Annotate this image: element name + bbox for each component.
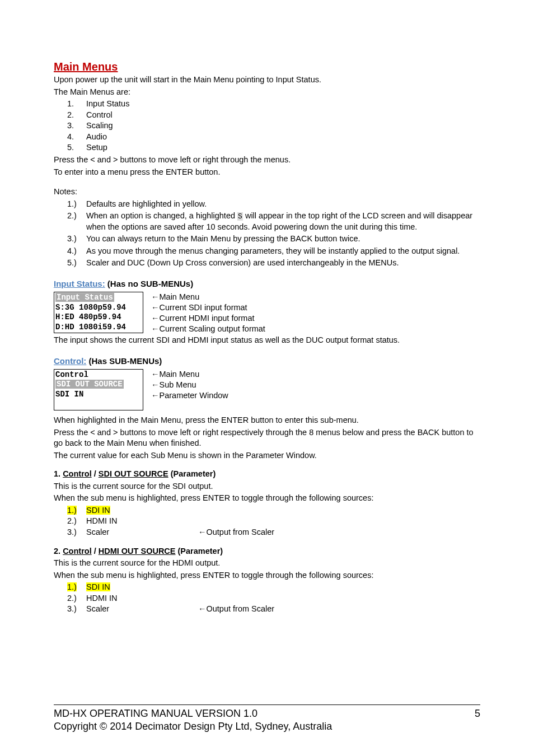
highlighted-s-icon: S: [237, 212, 243, 221]
annotation-text: Sub Menu: [160, 380, 196, 389]
section-title-rest: (Has no SUB-MENUs): [105, 279, 194, 288]
annotation-text: Parameter Window: [160, 391, 228, 400]
nav-instruction-1: Press the < and > buttons to move left o…: [54, 155, 480, 166]
option-marker: 1.): [67, 582, 77, 591]
lcd-annotations: ←Main Menu ←Sub Menu ←Parameter Window: [151, 369, 228, 401]
arrow-left-icon: ←: [151, 303, 160, 312]
lcd-line-4: D:HD 1080i59.94: [55, 323, 142, 333]
annotation-text: Current HDMI input format: [160, 314, 255, 323]
option-text: HDMI IN: [86, 516, 118, 525]
section-input-status-title: Input Status: (Has no SUB-MENUs): [54, 279, 480, 288]
list-item: 3.) Scaler ←Output from Scaler: [86, 527, 480, 538]
nav-instruction-2: To enter into a menu press the ENTER but…: [54, 167, 480, 178]
option-text: Scaler: [86, 527, 198, 538]
list-item: 5.)Scaler and DUC (Down Up Cross convers…: [86, 258, 480, 269]
lcd-block-input-status: Input Status S:3G 1080p59.94 H:ED 480p59…: [54, 292, 480, 334]
menu-item-label: Control: [86, 110, 113, 119]
arrow-left-icon: ←: [151, 391, 160, 400]
lcd-line-2: SDI OUT SOURCE: [55, 380, 124, 389]
page-footer: MD-HX OPERATING MANUAL VERSION 1.0 5 Cop…: [54, 704, 480, 732]
note-text: Scaler and DUC (Down Up Cross conversion…: [86, 258, 399, 267]
arrow-left-icon: ←: [198, 604, 207, 613]
lcd-line-1: Input Status: [55, 293, 114, 302]
option-text: HDMI IN: [86, 594, 118, 603]
note-text: As you move through the menus changing p…: [86, 246, 460, 255]
list-item: 4.)As you move through the menus changin…: [86, 246, 480, 257]
param-head-num: 2.: [54, 547, 63, 556]
section-title-blue: Control:: [54, 356, 86, 366]
param-head-u2: HDMI OUT SOURCE: [99, 547, 176, 556]
menu-item-label: Input Status: [86, 99, 129, 108]
main-title: Main Menus: [54, 60, 480, 73]
lcd-line-3: H:ED 480p59.94: [55, 312, 142, 323]
param1-desc-1: This is the current source for the SDI o…: [54, 481, 480, 492]
option-annotation: ←Output from Scaler: [198, 604, 274, 615]
annotation-line: ←Current HDMI input format: [151, 313, 265, 324]
lcd-line-1: Control: [55, 370, 142, 380]
annotation-text: Current SDI input format: [160, 303, 247, 312]
page: Main Menus Upon power up the unit will s…: [0, 0, 534, 756]
footer-divider: [54, 704, 480, 706]
option-marker: 3.): [67, 604, 77, 615]
note-text: When an option is changed, a highlighted…: [86, 211, 472, 231]
annotation-line: ←Current SDI input format: [151, 302, 265, 313]
control-para-1: When highlighted in the Main Menu, press…: [54, 415, 480, 426]
param-head-u1: Control: [63, 469, 92, 478]
section-control-title: Control: (Has SUB-MENUs): [54, 356, 480, 366]
param-head-sep: /: [92, 469, 99, 478]
param2-heading: 2. Control / HDMI OUT SOURCE (Parameter): [54, 546, 480, 557]
param-head-num: 1.: [54, 469, 63, 478]
option-marker: 2.): [67, 593, 77, 604]
menu-item-label: Setup: [86, 143, 107, 152]
list-item: 2.)HDMI IN: [86, 593, 480, 604]
arrow-left-icon: ←: [151, 324, 160, 333]
annotation-text: Output from Scaler: [207, 528, 275, 536]
list-item: 3.)You can always return to the Main Men…: [86, 234, 480, 245]
annotation-line: ←Main Menu: [151, 292, 265, 302]
input-status-note: The input shows the current SDI and HDMI…: [54, 335, 480, 346]
param1-desc-2: When the sub menu is highlighted, press …: [54, 493, 480, 504]
param2-options: 1.)SDI IN 2.)HDMI IN 3.) Scaler ←Output …: [54, 582, 480, 615]
list-item: 3.Scaling: [86, 120, 480, 132]
menu-item-label: Audio: [86, 132, 107, 141]
lcd-line-2: S:3G 1080p59.94: [55, 303, 142, 313]
control-para-3: The current value for each Sub Menu is s…: [54, 450, 480, 461]
list-item: 1.)SDI IN: [86, 582, 480, 593]
annotation-line: ←Parameter Window: [151, 390, 228, 401]
lcd-annotations: ←Main Menu ←Current SDI input format ←Cu…: [151, 292, 265, 334]
list-item: 2.) When an option is changed, a highlig…: [86, 211, 480, 232]
note-text: Defaults are highlighted in yellow.: [86, 199, 207, 208]
param-head-u1: Control: [63, 547, 92, 556]
option-marker: 1.): [67, 506, 77, 515]
main-menu-list: 1.Input Status 2.Control 3.Scaling 4.Aud…: [54, 99, 480, 153]
param-head-u2: SDI OUT SOURCE: [99, 469, 168, 478]
annotation-text: Main Menu: [160, 292, 200, 301]
list-item: 5.Setup: [86, 142, 480, 153]
arrow-left-icon: ←: [151, 380, 160, 389]
list-item: 1.)SDI IN: [86, 505, 480, 516]
list-item: 3.) Scaler ←Output from Scaler: [86, 604, 480, 615]
control-para-2: Press the < and > buttons to move left o…: [54, 427, 480, 449]
annotation-line: ←Main Menu: [151, 369, 228, 380]
option-default: SDI IN: [86, 582, 110, 591]
lcd-line-3: SDI IN: [55, 390, 142, 400]
param-head-sep: /: [92, 547, 99, 556]
annotation-line: ←Sub Menu: [151, 380, 228, 390]
option-marker: 3.): [67, 527, 77, 538]
menu-item-label: Scaling: [86, 121, 113, 130]
param-head-post: (Parameter): [168, 469, 216, 478]
footer-copyright: Copyright © 2014 Decimator Design Pty Lt…: [54, 721, 480, 732]
footer-title: MD-HX OPERATING MANUAL VERSION 1.0: [54, 708, 257, 720]
annotation-text: Output from Scaler: [207, 604, 275, 613]
arrow-left-icon: ←: [198, 528, 207, 536]
note-text-part: When an option is changed, a highlighted: [86, 211, 237, 220]
list-item: 2.Control: [86, 110, 480, 121]
section-title-rest: (Has SUB-MENUs): [86, 356, 162, 366]
lcd-display: Control SDI OUT SOURCE SDI IN: [54, 369, 143, 410]
param2-desc-2: When the sub menu is highlighted, press …: [54, 570, 480, 581]
list-item: 1.)Defaults are highlighted in yellow.: [86, 199, 480, 210]
param2-desc-1: This is the current source for the HDMI …: [54, 558, 480, 569]
arrow-left-icon: ←: [151, 370, 160, 379]
arrow-left-icon: ←: [151, 314, 160, 323]
annotation-line: ←Current Scaling output format: [151, 324, 265, 334]
